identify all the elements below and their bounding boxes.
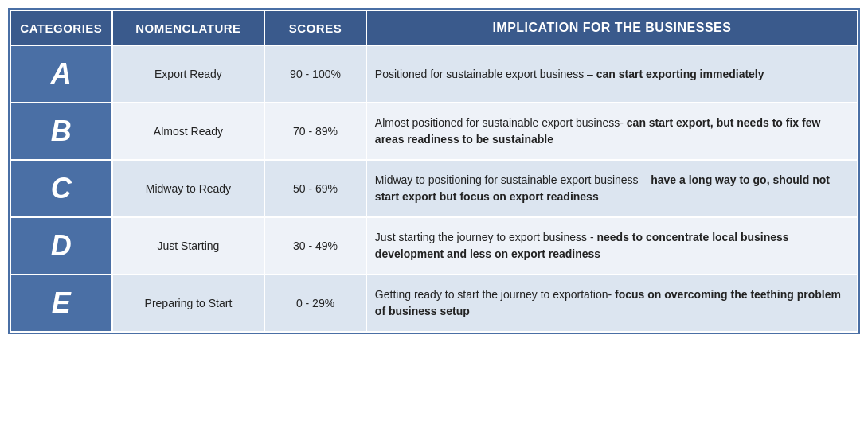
implication-cell: Getting ready to start the journey to ex… [366,274,858,332]
header-scores: SCORES [264,10,366,45]
table-row: AExport Ready90 - 100%Positioned for sus… [10,45,858,103]
nomenclature-cell: Preparing to Start [112,274,265,332]
implication-cell: Just starting the journey to export busi… [366,217,858,274]
scores-cell: 70 - 89% [264,103,366,160]
implication-prefix: Midway to positioning for sustainable ex… [375,173,651,186]
implication-prefix: Getting ready to start the journey to ex… [375,288,615,301]
implication-cell: Positioned for sustainable export busine… [366,45,858,103]
implication-prefix: Positioned for sustainable export busine… [375,68,596,80]
scores-cell: 90 - 100% [264,45,366,103]
implication-prefix: Almost positioned for sustainable export… [375,116,627,129]
scores-cell: 50 - 69% [264,160,366,217]
main-table-wrapper: CATEGORIES NOMENCLATURE SCORES IMPLICATI… [8,8,860,334]
header-categories: CATEGORIES [10,10,112,45]
implication-bold: can start exporting immediately [596,68,764,80]
category-cell: C [10,160,112,217]
implication-cell: Almost positioned for sustainable export… [366,103,858,160]
table-row: BAlmost Ready70 - 89%Almost positioned f… [10,103,858,160]
scores-cell: 30 - 49% [264,217,366,274]
nomenclature-cell: Midway to Ready [112,160,265,217]
category-cell: B [10,103,112,160]
nomenclature-cell: Export Ready [112,45,265,103]
category-cell: A [10,45,112,103]
scores-cell: 0 - 29% [264,274,366,332]
implication-cell: Midway to positioning for sustainable ex… [366,160,858,217]
implication-prefix: Just starting the journey to export busi… [375,231,597,243]
header-implication: IMPLICATION FOR THE BUSINESSES [366,10,858,45]
table-row: CMidway to Ready50 - 69%Midway to positi… [10,160,858,217]
category-cell: E [10,274,112,332]
nomenclature-cell: Just Starting [112,217,265,274]
header-nomenclature: NOMENCLATURE [112,10,265,45]
nomenclature-cell: Almost Ready [112,103,265,160]
categories-table: CATEGORIES NOMENCLATURE SCORES IMPLICATI… [10,10,858,333]
table-row: EPreparing to Start0 - 29%Getting ready … [10,274,858,332]
table-row: DJust Starting30 - 49%Just starting the … [10,217,858,274]
category-cell: D [10,217,112,274]
